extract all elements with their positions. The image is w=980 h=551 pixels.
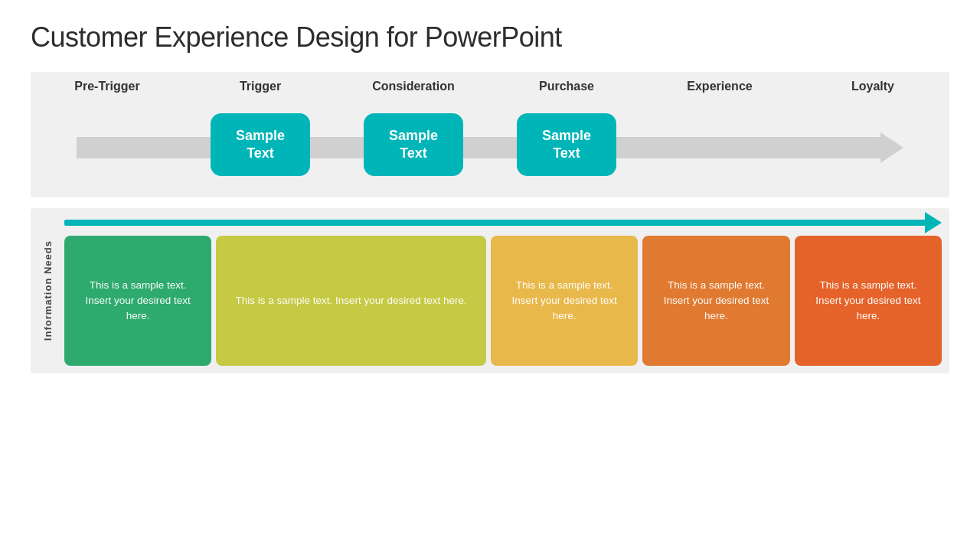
stage-box-trigger[interactable]: SampleText [211,113,310,177]
page-container: Customer Experience Design for PowerPoin… [0,0,980,551]
stage-header-purchase: Purchase [490,80,643,93]
info-card-5[interactable]: This is a sample text. Insert your desir… [795,236,942,366]
info-card-1[interactable]: This is a sample text. Insert your desir… [64,236,211,366]
stage-box-purchase[interactable]: SampleText [517,113,616,177]
stage-header-trigger: Trigger [184,80,337,93]
stage-cell-experience [643,113,796,177]
stage-box-consideration[interactable]: SampleText [364,113,463,177]
info-card-2[interactable]: This is a sample text. Insert your desir… [216,236,486,366]
stage-header-pretrigger: Pre-Trigger [31,80,184,93]
journey-content: SampleText SampleText SampleText [31,98,949,197]
stage-header-experience: Experience [643,80,796,93]
teal-arrow-head [925,212,942,233]
teal-arrow-line [64,220,925,226]
info-section: Information Needs This is a sample text.… [31,208,949,373]
teal-arrow-bar [64,216,942,230]
stage-cell-purchase: SampleText [490,113,643,177]
stage-header-consideration: Consideration [337,80,490,93]
info-cards: This is a sample text. Insert your desir… [64,236,942,366]
info-content: This is a sample text. Insert your desir… [64,216,942,366]
page-title: Customer Experience Design for PowerPoin… [31,21,949,54]
stage-header-loyalty: Loyalty [796,80,949,93]
stage-cell-pretrigger [31,113,184,177]
info-card-3[interactable]: This is a sample text. Insert your desir… [491,236,638,366]
info-label-wrapper: Information Needs [31,216,64,366]
journey-section: Pre-Trigger Trigger Consideration Purcha… [31,72,949,197]
stage-boxes: SampleText SampleText SampleText [31,113,949,177]
info-label: Information Needs [42,240,54,341]
stage-cell-loyalty [796,113,949,177]
stage-cell-trigger: SampleText [184,113,337,177]
stage-cell-consideration: SampleText [337,113,490,177]
stage-headers: Pre-Trigger Trigger Consideration Purcha… [31,72,949,98]
info-card-4[interactable]: This is a sample text. Insert your desir… [642,236,789,366]
